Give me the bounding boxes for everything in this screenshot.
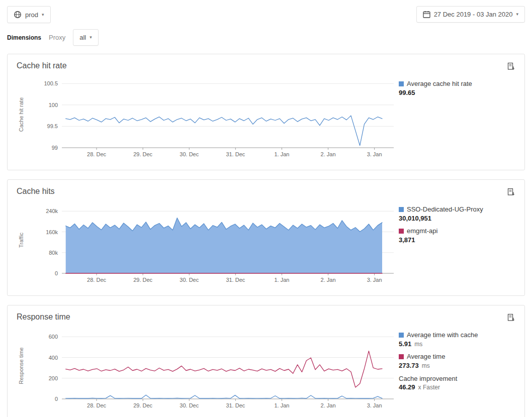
svg-text:80k: 80k [49, 250, 58, 256]
legend-value: 46.29 [399, 383, 415, 391]
svg-text:600: 600 [49, 334, 58, 340]
legend-suffix: ms [414, 341, 422, 348]
legend-entry: Average cache hit rate 99.65 [399, 79, 513, 97]
chart-title-cache-hit-rate: Cache hit rate [17, 61, 515, 70]
chevron-down-icon: ▾ [42, 13, 44, 17]
svg-text:3. Jan: 3. Jan [367, 277, 382, 283]
calendar-icon [423, 11, 430, 18]
legend-value: 5.91 [399, 340, 411, 348]
svg-text:99: 99 [52, 145, 58, 151]
dimensions-bar: Dimensions Proxy all ▾ [7, 29, 525, 46]
svg-text:31. Dec: 31. Dec [226, 151, 245, 157]
response-time-card: Response time 020040060028. Dec29. Dec30… [7, 305, 525, 417]
svg-text:2. Jan: 2. Jan [321, 277, 336, 283]
legend-entry: SSO-Dedicated-UG-Proxy 30,010,951 [399, 205, 513, 223]
chevron-down-icon: ▾ [516, 12, 518, 17]
legend-value: 273.73 [399, 362, 419, 369]
svg-text:30. Dec: 30. Dec [180, 402, 199, 408]
svg-text:100.5: 100.5 [44, 80, 58, 86]
proxy-filter-value: all [79, 34, 86, 41]
legend-value: 99.65 [399, 89, 415, 96]
legend-label: Average time with cache [407, 331, 478, 340]
response-time-plot: 020040060028. Dec29. Dec30. Dec31. Dec1.… [17, 325, 399, 415]
svg-text:1. Jan: 1. Jan [274, 151, 289, 157]
svg-text:29. Dec: 29. Dec [133, 277, 152, 283]
svg-text:28. Dec: 28. Dec [87, 151, 106, 157]
legend-swatch [399, 207, 404, 212]
legend-value: 30,010,951 [399, 215, 431, 222]
environment-label: prod [25, 11, 38, 19]
legend-label: Average time [407, 352, 445, 361]
legend-swatch [399, 229, 404, 234]
legend-label: Cache improvement [399, 374, 457, 383]
analytics-dashboard: prod ▾ 27 Dec 2019 - 03 Jan 2020 ▾ Dimen… [0, 0, 532, 417]
cache-hits-plot: 080k160k240k28. Dec29. Dec30. Dec31. Dec… [17, 199, 399, 289]
chart-title-cache-hits: Cache hits [17, 187, 515, 196]
export-report-icon[interactable] [506, 312, 516, 325]
legend-label: SSO-Dedicated-UG-Proxy [407, 205, 483, 214]
legend-label: emgmt-api [407, 227, 437, 236]
svg-text:3. Jan: 3. Jan [367, 151, 382, 157]
svg-text:1. Jan: 1. Jan [274, 277, 289, 283]
legend-entry: Cache improvement 46.29x Faster [399, 374, 513, 392]
svg-text:100: 100 [49, 102, 58, 108]
dimension-proxy-label: Proxy [49, 34, 65, 41]
legend-label: Average cache hit rate [407, 79, 472, 88]
svg-text:30. Dec: 30. Dec [180, 151, 199, 157]
svg-text:99.5: 99.5 [47, 123, 58, 129]
svg-text:3. Jan: 3. Jan [367, 402, 382, 408]
cache-hit-rate-chart[interactable]: 9999.5100100.528. Dec29. Dec30. Dec31. D… [17, 73, 399, 166]
svg-text:28. Dec: 28. Dec [87, 402, 106, 408]
cache-hit-rate-plot: 9999.5100100.528. Dec29. Dec30. Dec31. D… [17, 73, 399, 164]
svg-text:29. Dec: 29. Dec [133, 402, 152, 408]
date-range-label: 27 Dec 2019 - 03 Jan 2020 [434, 11, 513, 18]
svg-text:1. Jan: 1. Jan [274, 402, 289, 408]
svg-text:28. Dec: 28. Dec [87, 277, 106, 283]
svg-text:29. Dec: 29. Dec [133, 151, 152, 157]
svg-text:31. Dec: 31. Dec [226, 277, 245, 283]
proxy-filter-dropdown[interactable]: all ▾ [73, 29, 99, 46]
svg-text:0: 0 [55, 396, 58, 402]
legend-swatch [399, 333, 404, 338]
chart-title-response-time: Response time [17, 312, 515, 322]
chevron-down-icon: ▾ [90, 35, 92, 40]
svg-text:400: 400 [49, 355, 58, 361]
cache-hit-rate-card: Cache hit rate 9999.5100100.528. Dec29. … [7, 54, 525, 170]
cache-hits-chart[interactable]: 080k160k240k28. Dec29. Dec30. Dec31. Dec… [17, 199, 399, 291]
legend-entry: emgmt-api 3,871 [399, 227, 513, 244]
legend-entry: Average time 273.73ms [399, 352, 513, 370]
top-bar: prod ▾ 27 Dec 2019 - 03 Jan 2020 ▾ [7, 6, 525, 23]
svg-text:Response time: Response time [18, 347, 24, 384]
response-time-chart[interactable]: 020040060028. Dec29. Dec30. Dec31. Dec1.… [17, 325, 399, 417]
legend-suffix: x Faster [418, 384, 440, 391]
globe-icon [14, 11, 22, 19]
dimensions-label: Dimensions [7, 34, 41, 41]
svg-text:Cache hit rate: Cache hit rate [18, 97, 24, 132]
svg-text:0: 0 [55, 270, 58, 276]
cache-hit-rate-legend: Average cache hit rate 99.65 [399, 73, 513, 101]
cache-hits-card: Cache hits 080k160k240k28. Dec29. Dec30.… [7, 179, 525, 296]
environment-selector[interactable]: prod ▾ [7, 6, 51, 23]
legend-value: 3,871 [399, 236, 415, 244]
svg-text:160k: 160k [46, 229, 58, 235]
svg-text:30. Dec: 30. Dec [180, 277, 199, 283]
legend-entry: Average time with cache 5.91ms [399, 331, 513, 348]
svg-text:31. Dec: 31. Dec [226, 402, 245, 408]
svg-text:2. Jan: 2. Jan [321, 402, 336, 408]
export-report-icon[interactable] [506, 187, 516, 199]
svg-text:200: 200 [49, 375, 58, 381]
legend-suffix: ms [422, 362, 430, 369]
svg-text:2. Jan: 2. Jan [321, 151, 336, 157]
cache-hits-legend: SSO-Dedicated-UG-Proxy 30,010,951 emgmt-… [399, 199, 513, 249]
date-range-picker[interactable]: 27 Dec 2019 - 03 Jan 2020 ▾ [416, 6, 525, 23]
response-time-legend: Average time with cache 5.91ms Average t… [399, 325, 513, 396]
svg-text:Traffic: Traffic [18, 233, 24, 248]
legend-swatch [399, 354, 404, 359]
export-report-icon[interactable] [506, 61, 516, 73]
legend-swatch [399, 81, 404, 86]
svg-text:240k: 240k [46, 208, 58, 214]
